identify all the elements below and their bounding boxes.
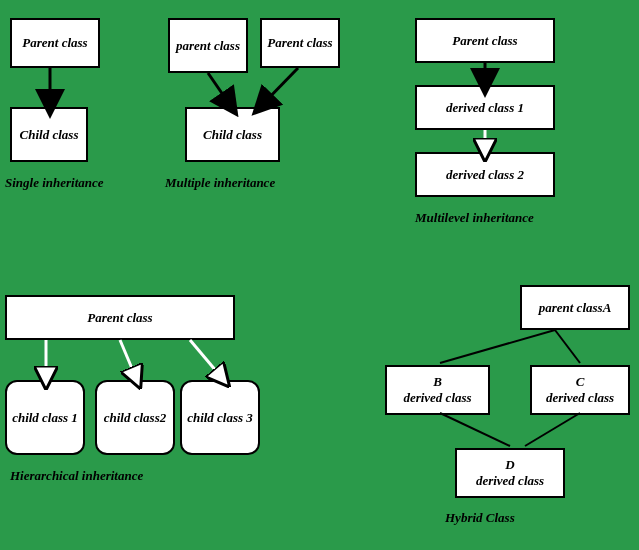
multilevel-derived1-label: derived class 1 — [446, 100, 524, 116]
multilevel-section-label: Multilevel inheritance — [415, 210, 534, 226]
single-section-label: Single inheritance — [5, 175, 104, 191]
hier-child3-box: child class 3 — [180, 380, 260, 455]
hybrid-c-text: Cderived class — [546, 374, 614, 406]
hybrid-parent-box: parent class A — [520, 285, 630, 330]
hier-child1-box: child class 1 — [5, 380, 85, 455]
multilevel-derived1-box: derived class 1 — [415, 85, 555, 130]
hier-parent-box: Parent class — [5, 295, 235, 340]
hybrid-a-label: A — [603, 300, 612, 316]
multiple-parent2-label: Parent class — [267, 35, 332, 51]
svg-line-8 — [440, 330, 555, 363]
hier-child3-label: child class 3 — [187, 410, 253, 426]
hybrid-d-text: Dderived class — [476, 457, 544, 489]
multiple-parent1-label: parent class — [176, 38, 240, 54]
hier-child1-label: child class 1 — [12, 410, 78, 426]
multiple-child-label: Child class — [203, 127, 262, 143]
svg-line-1 — [208, 73, 230, 105]
multilevel-derived2-box: derived class 2 — [415, 152, 555, 197]
hybrid-c-box: Cderived class — [530, 365, 630, 415]
multiple-parent2-box: Parent class — [260, 18, 340, 68]
hier-section-label: Hierarchical inheritance — [10, 468, 143, 484]
multiple-section-label: Multiple inheritance — [165, 175, 275, 191]
multilevel-derived2-label: derived class 2 — [446, 167, 524, 183]
svg-line-11 — [525, 413, 580, 446]
single-child-box: Child class — [10, 107, 88, 162]
svg-line-10 — [440, 413, 510, 446]
hybrid-parent-text: parent class — [539, 300, 603, 316]
multiple-child-box: Child class — [185, 107, 280, 162]
multiple-parent1-box: parent class — [168, 18, 248, 73]
single-parent-box: Parent class — [10, 18, 100, 68]
svg-line-7 — [190, 340, 222, 378]
hier-parent-label: Parent class — [87, 310, 152, 326]
hybrid-d-box: Dderived class — [455, 448, 565, 498]
svg-line-6 — [120, 340, 136, 378]
hybrid-b-text: Bderived class — [403, 374, 471, 406]
multilevel-parent-box: Parent class — [415, 18, 555, 63]
hier-child2-label: child class2 — [104, 410, 166, 426]
hybrid-section-label: Hybrid Class — [445, 510, 515, 526]
hier-child2-box: child class2 — [95, 380, 175, 455]
svg-line-2 — [262, 68, 298, 105]
single-parent-label: Parent class — [22, 35, 87, 51]
single-child-label: Child class — [20, 127, 79, 143]
hybrid-b-box: Bderived class — [385, 365, 490, 415]
multilevel-parent-label: Parent class — [452, 33, 517, 49]
svg-line-9 — [555, 330, 580, 363]
